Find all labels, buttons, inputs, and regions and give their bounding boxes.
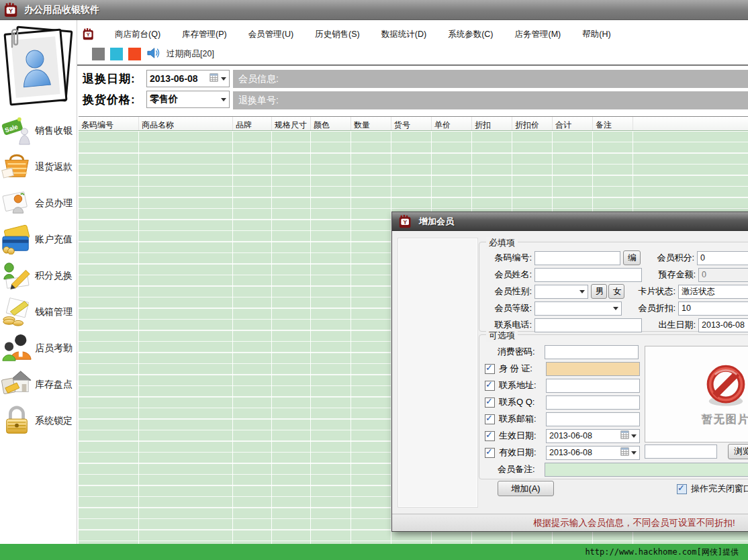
remark-input[interactable] <box>545 463 748 477</box>
card-status-value[interactable]: 激活状态 <box>678 285 748 299</box>
menu-item-history[interactable]: 历史销售(S) <box>314 28 361 42</box>
browse-button[interactable]: 浏览 <box>728 444 748 459</box>
return-date-picker[interactable]: 2013-06-08 <box>146 70 230 87</box>
qq-input[interactable] <box>546 395 640 410</box>
remark-label: 会员备注: <box>498 463 542 475</box>
return-date-label: 退换日期: <box>83 71 136 87</box>
optional-group: 可选项 消费密码: 身 份 证: 联系地址: 联系Q Q: <box>479 334 748 479</box>
add-member-button[interactable]: 增加(A) <box>498 481 554 496</box>
calendar-icon <box>620 430 629 441</box>
menu-item-store-mgmt[interactable]: 店务管理(M) <box>513 28 562 42</box>
legend-square-red <box>128 48 141 60</box>
optional-legend: 可选项 <box>486 330 518 342</box>
close-after-done-label: 操作完关闭窗口 <box>691 483 748 495</box>
dialog-status-bar: 根据提示输入会员信息，不同会员可设置不同折扣! <box>392 514 748 531</box>
qq-checkbox[interactable] <box>485 398 495 408</box>
birth-date-value[interactable]: 2013-06-08 <box>698 318 748 332</box>
svg-text:Y: Y <box>87 32 90 38</box>
svg-text:Y: Y <box>9 7 13 14</box>
menu-item-statistics[interactable]: 数据统计(D) <box>380 28 428 42</box>
address-checkbox[interactable] <box>485 381 495 391</box>
sidebar-item-lock[interactable]: 系统锁定 <box>0 403 77 439</box>
password-label: 消费密码: <box>498 346 542 358</box>
email-input[interactable] <box>546 412 640 426</box>
sidebar-item-points[interactable]: 积分兑换 <box>0 258 77 294</box>
column-header[interactable]: 单价 <box>432 117 472 130</box>
expiry-date-picker[interactable]: 2013-06-08 <box>546 446 640 460</box>
calendar-icon <box>209 73 218 84</box>
column-header[interactable]: 数量 <box>351 117 391 130</box>
points-value[interactable]: 0 <box>697 251 748 265</box>
phone-input[interactable] <box>534 318 642 332</box>
column-header[interactable]: 条码编号 <box>79 117 139 130</box>
address-input[interactable] <box>546 379 640 393</box>
menu-item-help[interactable]: 帮助(H) <box>581 28 612 42</box>
member-name-input[interactable] <box>534 268 642 282</box>
effective-date-value: 2013-06-08 <box>549 431 592 440</box>
toolbar: 过期商品[20] <box>77 44 748 63</box>
sidebar-item-recharge[interactable]: 账户充值 <box>0 222 77 258</box>
effective-date-picker[interactable]: 2013-06-08 <box>546 429 640 443</box>
toolbar-separator <box>77 64 748 66</box>
prestore-label: 预存金额: <box>649 269 696 281</box>
photo-path-input[interactable] <box>645 445 717 459</box>
email-label: 联系邮箱: <box>499 413 543 425</box>
svg-text:Y: Y <box>403 218 407 225</box>
expired-goods-alert[interactable]: 过期商品[20] <box>167 48 214 60</box>
column-header[interactable]: 规格尺寸 <box>272 117 311 130</box>
sidebar-item-label: 库存盘点 <box>35 379 73 391</box>
close-after-done-checkbox[interactable] <box>677 484 687 494</box>
menu-item-storefront[interactable]: 商店前台(Q) <box>113 28 162 42</box>
edit-barcode-button[interactable]: 编 <box>623 250 641 265</box>
sidebar-item-label: 会员办理 <box>35 197 73 209</box>
member-level-select[interactable] <box>534 301 622 316</box>
dialog-hint-text: 根据提示输入会员信息，不同会员可设置不同折扣! <box>533 517 735 529</box>
qq-label: 联系Q Q: <box>499 396 543 408</box>
male-button[interactable]: 男 <box>591 284 607 299</box>
column-header[interactable]: 合计 <box>553 117 593 130</box>
expiry-date-value: 2013-06-08 <box>549 448 592 457</box>
address-label: 联系地址: <box>499 379 543 391</box>
sidebar-item-returns[interactable]: 退货返款 <box>0 149 77 185</box>
sidebar-item-cashbox[interactable]: 钱箱管理 <box>0 294 77 330</box>
dropdown-arrow-icon <box>221 98 226 101</box>
sidebar-item-sales[interactable]: Sale 销售收银 <box>0 113 77 149</box>
member-discount-value[interactable]: 10 <box>678 301 748 316</box>
female-button[interactable]: 女 <box>608 284 624 299</box>
column-header[interactable]: 货号 <box>391 117 432 130</box>
points-label: 会员积分: <box>647 252 694 264</box>
window-titlebar[interactable]: Y 办公用品收银软件 <box>0 0 748 20</box>
password-input[interactable] <box>545 345 639 359</box>
column-header[interactable]: 折扣价 <box>512 117 553 130</box>
menu-item-inventory[interactable]: 库存管理(P) <box>181 28 228 42</box>
column-header[interactable]: 备注 <box>593 117 633 130</box>
email-checkbox[interactable] <box>485 414 495 424</box>
sidebar-item-stocktake[interactable]: 库存盘点 <box>0 367 77 403</box>
column-header[interactable]: 颜色 <box>311 117 351 130</box>
id-card-checkbox[interactable] <box>485 364 495 374</box>
column-header[interactable]: 商品名称 <box>139 117 233 130</box>
cashbox-icon <box>1 296 32 329</box>
gender-select[interactable] <box>534 285 588 299</box>
table-header: 条码编号 商品名称 品牌 规格尺寸 颜色 数量 货号 单价 折扣 折扣价 合计 … <box>79 116 748 131</box>
dropdown-arrow-icon <box>631 434 637 438</box>
dialog-titlebar[interactable]: Y 增加会员 <box>392 212 748 231</box>
expiry-date-label: 有效日期: <box>499 447 543 459</box>
barcode-input[interactable] <box>534 251 620 265</box>
expiry-date-checkbox[interactable] <box>485 448 495 458</box>
id-card-input[interactable] <box>546 362 640 376</box>
column-header[interactable]: 折扣 <box>472 117 512 130</box>
dialog-app-icon: Y <box>399 215 412 228</box>
no-image-text: 暂无图片 <box>702 413 748 427</box>
menu-item-members[interactable]: 会员管理(U) <box>247 28 295 42</box>
sidebar-item-membership[interactable]: 会员办理 <box>0 185 77 222</box>
menu-item-system[interactable]: 系统参数(C) <box>447 28 494 42</box>
exchange-price-select[interactable]: 零售价 <box>146 91 230 108</box>
column-header[interactable]: 品牌 <box>233 117 272 130</box>
app-icon-small: Y <box>83 28 95 40</box>
lock-icon <box>1 405 32 438</box>
effective-date-checkbox[interactable] <box>485 431 495 441</box>
sidebar-item-label: 系统锁定 <box>35 415 73 427</box>
sidebar-item-attendance[interactable]: 店员考勤 <box>0 330 77 367</box>
dropdown-arrow-icon <box>613 307 618 310</box>
